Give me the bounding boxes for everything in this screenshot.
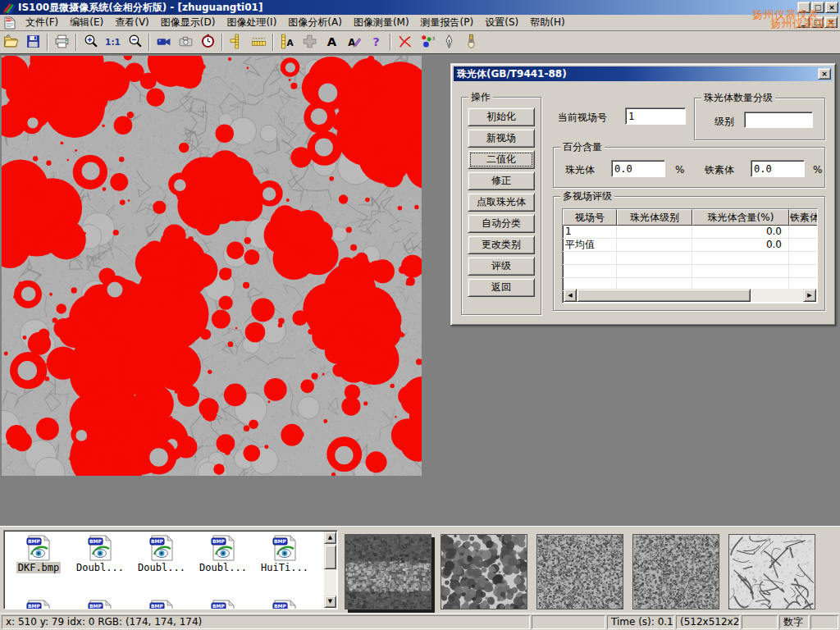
table-row[interactable]: 平均值0.0 [563, 239, 817, 252]
file-item[interactable]: BMPDoubl... [71, 535, 130, 573]
menu-image-display[interactable]: 图像显示(D) [155, 16, 221, 28]
toolbar-brush-button[interactable] [461, 32, 482, 53]
mdi-close-icon[interactable]: × [824, 16, 838, 28]
status-spacer-2 [742, 615, 778, 629]
scrollbar-thumb[interactable] [324, 545, 336, 569]
svg-text:BMP: BMP [28, 603, 41, 609]
file-name: HuiTi... [259, 562, 310, 573]
toolbar-curve-button[interactable] [395, 32, 415, 53]
table-row[interactable] [563, 265, 817, 278]
table-cell [617, 252, 692, 264]
op-button-点取珠光体[interactable]: 点取珠光体 [468, 193, 535, 212]
toolbar-video-capture-button[interactable] [153, 32, 174, 53]
ferrite-input[interactable] [751, 160, 805, 177]
menu-image-analysis[interactable]: 图像分析(A) [282, 16, 348, 28]
caliper-a-icon: A [280, 34, 295, 52]
scrollbar-thumb[interactable] [577, 289, 751, 302]
op-button-更改类别[interactable]: 更改类别 [468, 235, 535, 254]
svg-text:BMP: BMP [28, 538, 41, 544]
file-item[interactable]: BMPDKF.bmp [9, 535, 68, 573]
mdi-minimize-icon[interactable]: _ [797, 16, 810, 28]
multifield-group: 多视场评级 视场号珠光体级别珠光体含量(%)铁素体 10.0平均值0.0 ◀ ▶ [553, 196, 825, 311]
current-field-input[interactable] [625, 107, 686, 125]
file-item[interactable]: BMPDoubl... [194, 535, 253, 573]
thumbnail-5[interactable] [728, 534, 815, 609]
menu-measure-report[interactable]: 测量报告(P) [415, 16, 480, 28]
file-item[interactable]: BMP [255, 600, 314, 609]
toolbar-snapshot-button[interactable] [176, 32, 196, 53]
window-minimize-icon[interactable]: _ [797, 2, 810, 13]
scroll-right-icon[interactable]: ▶ [803, 289, 816, 302]
toolbar-zoom-in-button[interactable] [80, 32, 101, 53]
toolbar-help-button[interactable]: ? [366, 32, 386, 53]
toolbar-classify-button[interactable]: 3 [417, 32, 437, 53]
pearlite-percent-sign: % [675, 163, 684, 176]
mdi-restore-icon[interactable]: □ [810, 16, 824, 28]
scroll-down-icon[interactable]: ▼ [324, 596, 336, 608]
scroll-left-icon[interactable]: ◀ [564, 289, 577, 302]
toolbar-open-button[interactable] [1, 32, 21, 53]
scroll-up-icon[interactable]: ▲ [324, 532, 336, 544]
thumbnail-3[interactable] [536, 534, 623, 609]
svg-text:DOC: DOC [5, 18, 11, 21]
op-button-评级[interactable]: 评级 [468, 257, 535, 276]
svg-text:BMP: BMP [151, 538, 164, 544]
svg-text:BMP: BMP [274, 603, 287, 609]
toolbar-caliper-button[interactable] [226, 32, 247, 53]
table-cell [692, 265, 789, 277]
thumbnail-2[interactable] [441, 534, 527, 609]
file-list[interactable]: ▲ ▼ BMPDKF.bmpBMPDoubl...BMPDoubl...BMPD… [3, 530, 338, 609]
menu-file[interactable]: 文件(F) [20, 16, 64, 28]
table-row[interactable] [563, 252, 817, 265]
metallographic-image[interactable] [2, 56, 422, 476]
toolbar-text-button[interactable]: A [322, 32, 342, 53]
multifield-table[interactable]: 视场号珠光体级别珠光体含量(%)铁素体 10.0平均值0.0 ◀ ▶ [562, 208, 818, 304]
level-input[interactable] [744, 112, 813, 128]
toolbar-ruler-button[interactable] [249, 32, 269, 53]
grading-group-label: 珠光体数量分级 [701, 92, 775, 103]
menu-image-process[interactable]: 图像处理(I) [221, 16, 282, 28]
dialog-close-button[interactable]: × [818, 68, 831, 80]
toolbar-merge-button[interactable] [299, 32, 320, 53]
file-item[interactable]: BMP [9, 600, 68, 609]
menu-settings[interactable]: 设置(S) [479, 16, 524, 28]
menu-edit[interactable]: 编辑(E) [64, 16, 109, 28]
toolbar-timer-button[interactable] [198, 32, 218, 53]
table-body[interactable]: 10.0平均值0.0 [563, 226, 817, 291]
window-maximize-icon[interactable]: □ [811, 2, 824, 13]
op-button-自动分类[interactable]: 自动分类 [468, 214, 535, 233]
pearlite-input[interactable] [611, 160, 665, 177]
table-cell [617, 239, 692, 251]
mode-readout: 数字 [779, 615, 809, 629]
menu-image-measure[interactable]: 图像测量(M) [348, 16, 415, 28]
table-horizontal-scrollbar[interactable]: ◀ ▶ [564, 289, 816, 302]
file-item[interactable]: BMPHuiTi... [255, 535, 314, 573]
file-item[interactable]: BMP [132, 600, 191, 609]
doc-file-icon[interactable]: DOC [3, 16, 16, 30]
file-list-scrollbar[interactable]: ▲ ▼ [324, 532, 336, 608]
op-button-修正[interactable]: 修正 [468, 171, 535, 190]
toolbar-save-button[interactable] [23, 32, 43, 53]
op-button-新视场[interactable]: 新视场 [468, 129, 535, 148]
multifield-group-label: 多视场评级 [560, 190, 614, 202]
window-close-icon[interactable]: × [825, 2, 838, 13]
op-button-初始化[interactable]: 初始化 [468, 107, 535, 126]
op-button-二值化[interactable]: 二值化 [468, 150, 535, 169]
toolbar-measure-label-button[interactable]: A [277, 32, 298, 53]
toolbar-zoom-out-button[interactable] [125, 32, 145, 53]
table-row[interactable]: 10.0 [563, 226, 817, 239]
menu-view[interactable]: 查看(V) [109, 16, 155, 28]
toolbar-pen-button[interactable] [439, 32, 459, 53]
toolbar-annotate-button[interactable]: A [344, 32, 364, 53]
file-item[interactable]: BMPDoubl... [132, 535, 191, 573]
toolbar-print-button[interactable] [52, 32, 72, 53]
cursor-position-readout: x: 510 y: 79 idx: 0 RGB: (174, 174, 174) [2, 615, 530, 629]
dialog-title-bar[interactable]: 珠光体(GB/T9441-88) × [454, 66, 833, 81]
op-button-返回[interactable]: 返回 [468, 278, 535, 297]
toolbar-actual-size-button[interactable]: 1:1 [103, 32, 123, 53]
thumbnail-4[interactable] [632, 534, 719, 609]
thumbnail-1[interactable] [345, 534, 431, 609]
file-item[interactable]: BMP [194, 600, 253, 609]
file-item[interactable]: BMP [71, 600, 130, 609]
menu-help[interactable]: 帮助(H) [524, 16, 570, 28]
